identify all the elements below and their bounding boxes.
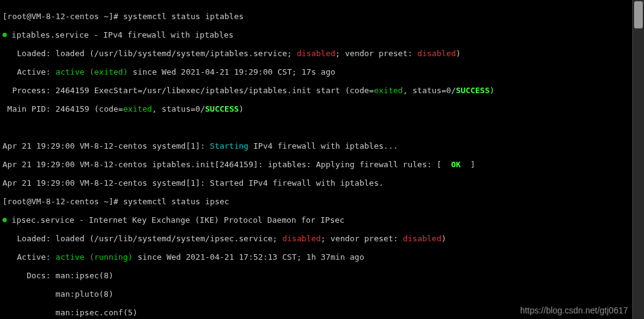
prompt-line-2: [root@VM-8-12-centos ~]# systemctl statu… — [2, 197, 632, 206]
active-since: since Wed 2021-04-21 19:29:00 CST; 17s a… — [128, 67, 336, 77]
docs-line: Docs: man:ipsec(8) — [2, 271, 632, 280]
log-line: Apr 21 19:29:00 VM-8-12-centos iptables.… — [2, 160, 632, 169]
prompt-line-1: [root@VM-8-12-centos ~]# systemctl statu… — [2, 12, 632, 21]
label-loaded: Loaded: — [17, 49, 51, 58]
main-pid-status: SUCCESS — [205, 104, 239, 114]
active-line: Active: active (running) since Wed 2021-… — [2, 252, 632, 262]
label-main-pid: Main PID: — [7, 104, 51, 114]
terminal-output[interactable]: [root@VM-8-12-centos ~]# systemctl statu… — [0, 0, 632, 319]
docs-line: man:ipsec.conf(5) — [2, 308, 632, 317]
docs-line: man:pluto(8) — [2, 289, 632, 299]
scrollbar-thumb[interactable] — [634, 1, 643, 28]
status-dot-icon — [2, 218, 7, 222]
loaded-line: Loaded: loaded (/usr/lib/systemd/system/… — [2, 49, 632, 58]
label-docs: Docs: — [26, 271, 51, 280]
loaded-state: disabled — [296, 49, 335, 58]
shell-prompt: [root@VM-8-12-centos ~]# — [2, 12, 118, 21]
unit-desc: IPv4 firewall with iptables — [104, 30, 234, 39]
label-active: Active: — [17, 252, 51, 262]
label-loaded: Loaded: — [17, 234, 51, 243]
active-state: active (exited) — [55, 67, 128, 77]
log-line: Apr 21 19:29:00 VM-8-12-centos systemd[1… — [2, 178, 632, 188]
docs-entry: man:pluto(8) — [55, 289, 113, 299]
shell-prompt: [root@VM-8-12-centos ~]# — [2, 197, 118, 206]
unit-header-ipsec: ipsec.service - Internet Key Exchange (I… — [2, 215, 632, 225]
unit-header-iptables: iptables.service - IPv4 firewall with ip… — [2, 30, 632, 39]
active-since: since Wed 2021-04-21 17:52:13 CST; 1h 37… — [132, 252, 364, 262]
main-pid-line: Main PID: 2464159 (code=exited, status=0… — [2, 104, 632, 114]
unit-name: iptables.service — [12, 30, 89, 39]
loaded-line: Loaded: loaded (/usr/lib/systemd/system/… — [2, 234, 632, 243]
starting-word: Starting — [210, 141, 249, 151]
active-line: Active: active (exited) since Wed 2021-0… — [2, 67, 632, 77]
active-state: active (running) — [55, 252, 132, 262]
command-1: systemctl status iptables — [123, 12, 244, 21]
status-dot-icon — [2, 33, 7, 37]
process-status: SUCCESS — [456, 86, 490, 95]
blank-line — [2, 123, 632, 132]
docs-entry: man:ipsec.conf(5) — [55, 308, 137, 317]
loaded-state: disabled — [282, 234, 321, 243]
label-process: Process: — [12, 86, 51, 95]
log-line: Apr 21 19:29:00 VM-8-12-centos systemd[1… — [2, 141, 632, 151]
vendor-preset: disabled — [417, 49, 456, 58]
vendor-preset: disabled — [403, 234, 442, 243]
command-2: systemctl status ipsec — [123, 197, 229, 206]
unit-name: ipsec.service — [12, 215, 75, 225]
label-active: Active: — [17, 67, 51, 77]
vertical-scrollbar[interactable] — [632, 0, 644, 319]
unit-desc: Internet Key Exchange (IKE) Protocol Dae… — [89, 215, 344, 225]
docs-entry: man:ipsec(8) — [55, 271, 113, 280]
process-line: Process: 2464159 ExecStart=/usr/libexec/… — [2, 86, 632, 95]
ok-status: OK — [451, 160, 461, 169]
